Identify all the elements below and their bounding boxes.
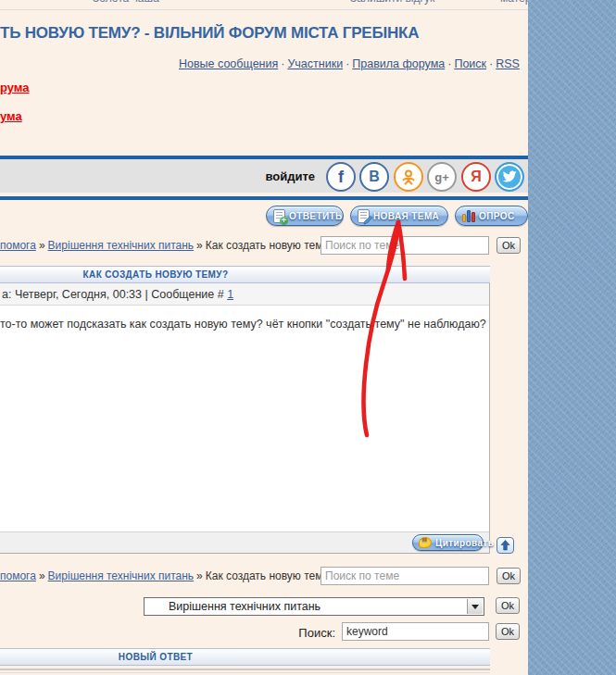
new-reply-title: НОВЫЙ ОТВЕТ [0,649,311,665]
forum-jump-select[interactable]: Вирішення технічних питань [144,597,484,616]
twitter-login-button[interactable] [495,162,524,192]
odnoklassniki-icon [401,169,416,185]
breadcrumb-link-section[interactable]: Вирішення технічних питань [48,569,195,582]
post-date: а: Четверг, Сегодня, 00:33 | Сообщение # [2,288,227,301]
document-plus-icon [273,209,285,223]
new-reply-header-bar: НОВЫЙ ОТВЕТ [0,648,490,666]
poll-button[interactable]: ОПРОС [455,206,528,226]
forum-jump-ok-button[interactable]: Ok [496,597,520,614]
nav-link-rss[interactable]: RSS [496,57,520,70]
quote-button[interactable]: Цитировать [412,534,484,551]
topic-table: КАК СОЗДАТЬ НОВУЮ ТЕМУ? а: Четверг, Сего… [0,266,490,554]
keyword-search-label: Поиск: [239,626,335,640]
divider [0,672,490,673]
bar-chart-icon [462,209,475,222]
forum-nav-links: Новые сообщения·Участники·Правила форума… [179,57,520,70]
yandex-login-button[interactable]: Я [461,162,491,192]
red-link-cropped[interactable]: рума [0,81,30,94]
breadcrumb-link-help[interactable]: помога [0,239,36,252]
reply-button-label: ОТВЕТИТЬ [289,211,343,221]
chevron-down-icon[interactable] [467,599,483,614]
arrow-up-icon [500,540,510,551]
post-message: то-то может подсказать как создать новую… [0,306,489,331]
new-topic-button[interactable]: НОВАЯ ТЕМА [350,206,448,226]
reply-button[interactable]: ОТВЕТИТЬ [266,206,344,226]
facebook-login-button[interactable]: f [326,162,356,192]
red-link-cropped[interactable]: ума [0,109,22,123]
vkontakte-icon: B [369,169,380,185]
top-menu-cropped: Золота чаша Залишити відгук матеріалів [0,0,528,6]
breadcrumb-current: Как создать новую тему? [206,239,335,252]
breadcrumb: помога»Вирішення технічних питань»Как со… [0,569,334,582]
top-divider [0,9,528,10]
document-pencil-icon [358,209,370,223]
breadcrumb-separator: » [36,239,48,252]
yandex-icon: Я [471,169,482,185]
post-footer: Цитировать [0,532,489,554]
new-topic-button-label: НОВАЯ ТЕМА [373,211,439,221]
nav-link-new-messages[interactable]: Новые сообщения [179,57,278,70]
keyword-search-ok-button[interactable]: Ok [496,623,520,640]
login-label: войдите [213,169,315,183]
google-plus-icon: g+ [434,170,449,184]
post-number-link[interactable]: 1 [227,288,233,301]
topic-search-input[interactable] [321,236,489,255]
facebook-icon: f [338,168,344,187]
nav-separator: · [278,57,287,70]
page-title: ТЬ НОВУЮ ТЕМУ? - ВІЛЬНИЙ ФОРУМ МІСТА ГРЕ… [0,24,419,43]
topic-search-ok-button[interactable]: Ok [497,237,521,254]
nav-separator: · [486,57,496,70]
breadcrumb-separator: » [36,569,48,582]
topic-header-bar: КАК СОЗДАТЬ НОВУЮ ТЕМУ? [0,266,490,283]
twitter-icon [502,170,517,183]
post-body: то-то может подсказать как создать новую… [0,306,489,532]
poll-button-label: ОПРОС [479,211,515,221]
scroll-top-button[interactable] [497,537,514,554]
topic-search-ok-button-bottom[interactable]: Ok [497,568,521,584]
nav-link-search[interactable]: Поиск [454,57,486,70]
breadcrumb-separator: » [194,569,206,582]
post-meta-row: а: Четверг, Сегодня, 00:33 | Сообщение #… [0,283,489,306]
breadcrumb-separator: » [194,239,206,252]
top-menu-item[interactable]: матеріалів [500,0,528,5]
top-menu-item[interactable]: Золота чаша [93,0,159,5]
topic-title: КАК СОЗДАТЬ НОВУЮ ТЕМУ? [0,267,311,282]
desktop-background: Золота чаша Залишити відгук матеріалів Т… [0,0,616,675]
top-menu-item[interactable]: Залишити відгук [350,0,434,5]
divider [0,669,490,670]
nav-link-rules[interactable]: Правила форума [352,57,445,70]
vkontakte-login-button[interactable]: B [359,162,389,192]
odnoklassniki-login-button[interactable] [394,162,423,192]
nav-link-members[interactable]: Участники [287,57,343,70]
breadcrumb-link-help[interactable]: помога [0,569,36,582]
breadcrumb-current: Как создать новую тему? [206,569,335,582]
forum-jump-selected: Вирішення технічних питань [169,600,321,613]
google-plus-login-button[interactable]: g+ [427,162,457,192]
nav-separator: · [343,57,352,70]
breadcrumb-link-section[interactable]: Вирішення технічних питань [48,239,195,252]
topic-search-input-bottom[interactable] [321,567,489,585]
nav-separator: · [445,57,454,70]
quote-button-label: Цитировать [435,538,494,548]
breadcrumb: помога»Вирішення технічних питань»Как со… [0,239,334,252]
keyword-search-input[interactable] [342,622,489,641]
blue-divider [0,196,528,200]
speech-bubble-icon [419,537,432,548]
forum-page: Золота чаша Залишити відгук матеріалів Т… [0,0,528,675]
